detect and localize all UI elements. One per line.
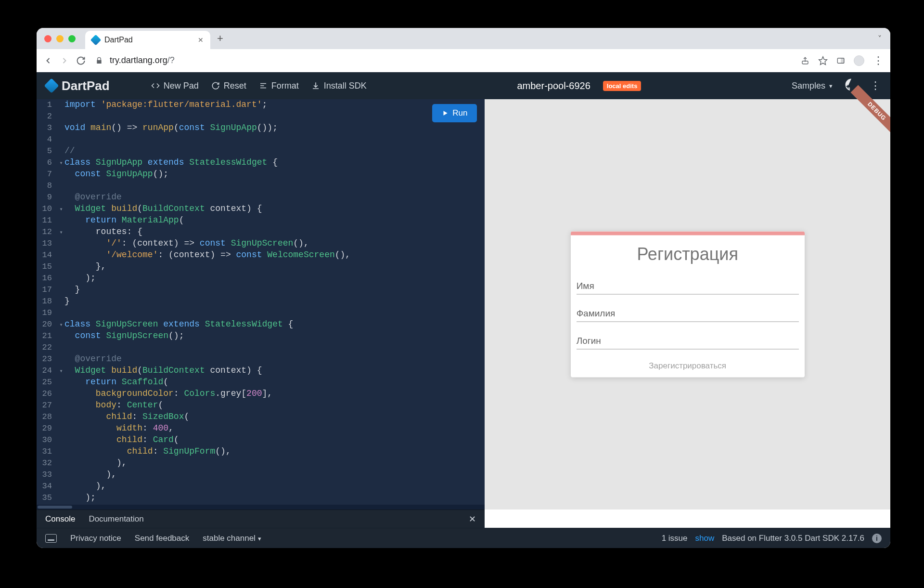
samples-dropdown[interactable]: Samples ▾ xyxy=(792,81,833,91)
forward-button[interactable] xyxy=(60,56,69,65)
dartpad-logo[interactable]: DartPad xyxy=(46,78,110,93)
newtab-button[interactable]: + xyxy=(217,32,223,45)
reset-label: Reset xyxy=(224,81,246,91)
info-icon[interactable]: i xyxy=(872,534,882,543)
browser-window: DartPad ✕ + ˅ try.dartlang.org/? ⋮ xyxy=(37,28,890,548)
console-tabbar: Console Documentation ✕ xyxy=(37,510,485,528)
signup-button[interactable]: Зарегистрироваться xyxy=(571,352,805,378)
console-close-button[interactable]: ✕ xyxy=(469,514,476,524)
channel-label: stable channel xyxy=(203,534,256,543)
workspace: Run 1 import 'package:flutter/material.d… xyxy=(37,99,890,510)
card-title: Регистрация xyxy=(571,235,805,269)
login-input[interactable] xyxy=(577,349,799,350)
status-bar: Privacy notice Send feedback stable chan… xyxy=(37,528,890,548)
lastname-input[interactable] xyxy=(577,322,799,322)
newpad-label: New Pad xyxy=(164,81,199,91)
minimize-window-button[interactable] xyxy=(56,35,64,42)
horizontal-scrollbar[interactable] xyxy=(37,505,485,510)
dartpad-brand: DartPad xyxy=(62,78,110,93)
format-button[interactable]: Format xyxy=(259,81,299,91)
preview-panel: DEBUG Регистрация Имя Фамилия Логин xyxy=(485,99,890,510)
console-tab[interactable]: Console xyxy=(45,514,75,524)
install-sdk-button[interactable]: Install SDK xyxy=(311,81,367,91)
dartpad-logo-icon xyxy=(44,78,59,93)
url-display[interactable]: try.dartlang.org/? xyxy=(110,55,794,65)
window-controls xyxy=(44,35,76,42)
pad-name: amber-pool-6926 xyxy=(517,80,590,91)
url-host: try.dartlang.org xyxy=(110,55,167,65)
url-path: /? xyxy=(167,55,175,65)
close-window-button[interactable] xyxy=(44,35,51,42)
reset-button[interactable]: Reset xyxy=(211,81,246,91)
svg-marker-8 xyxy=(444,111,448,115)
progress-bar xyxy=(571,232,805,235)
close-tab-button[interactable]: ✕ xyxy=(198,36,204,44)
signup-card: Регистрация Имя Фамилия Логин Зарегистри… xyxy=(571,232,805,378)
keyboard-icon[interactable] xyxy=(45,534,57,543)
bookmark-button[interactable] xyxy=(818,56,828,65)
tablist-dropdown-button[interactable]: ˅ xyxy=(878,34,882,43)
share-button[interactable] xyxy=(801,56,809,65)
lock-icon xyxy=(95,57,103,65)
code-editor[interactable]: Run 1 import 'package:flutter/material.d… xyxy=(37,99,485,510)
code-content[interactable]: 1 import 'package:flutter/material.dart'… xyxy=(37,99,485,504)
browser-tabbar: DartPad ✕ + ˅ xyxy=(37,28,890,49)
sdk-version: Based on Flutter 3.0.5 Dart SDK 2.17.6 xyxy=(722,534,864,543)
svg-marker-1 xyxy=(819,56,827,65)
privacy-link[interactable]: Privacy notice xyxy=(70,534,121,543)
chevron-down-icon: ▾ xyxy=(258,535,261,542)
back-button[interactable] xyxy=(43,56,53,65)
reload-button[interactable] xyxy=(76,56,86,65)
login-label: Логин xyxy=(577,328,799,349)
chevron-down-icon: ▾ xyxy=(829,82,833,90)
fullscreen-window-button[interactable] xyxy=(68,35,76,42)
issues-show-link[interactable]: show xyxy=(695,534,715,543)
samples-label: Samples xyxy=(792,81,825,91)
extensions-button[interactable] xyxy=(836,56,845,65)
newpad-button[interactable]: New Pad xyxy=(151,81,199,91)
firstname-label: Имя xyxy=(577,273,799,294)
dartpad-favicon-icon xyxy=(90,35,102,46)
channel-selector[interactable]: stable channel ▾ xyxy=(203,534,261,543)
tab-title: DartPad xyxy=(104,36,133,44)
install-label: Install SDK xyxy=(324,81,367,91)
format-label: Format xyxy=(271,81,299,91)
menu-button[interactable]: ⋮ xyxy=(873,54,884,67)
issues-count: 1 issue xyxy=(662,534,688,543)
browser-tab-active[interactable]: DartPad ✕ xyxy=(85,31,210,49)
lastname-label: Фамилия xyxy=(577,301,799,322)
run-label: Run xyxy=(452,108,467,118)
local-edits-badge: local edits xyxy=(603,81,642,91)
documentation-tab[interactable]: Documentation xyxy=(89,514,143,524)
feedback-link[interactable]: Send feedback xyxy=(135,534,189,543)
overflow-menu-button[interactable]: ⋮ xyxy=(870,79,881,92)
address-bar: try.dartlang.org/? ⋮ xyxy=(37,49,890,72)
profile-button[interactable] xyxy=(854,55,864,66)
dartpad-header: DartPad New Pad Reset Format Install SDK… xyxy=(37,72,890,99)
svg-rect-3 xyxy=(841,58,844,63)
run-button[interactable]: Run xyxy=(432,104,477,122)
firstname-input[interactable] xyxy=(577,294,799,295)
